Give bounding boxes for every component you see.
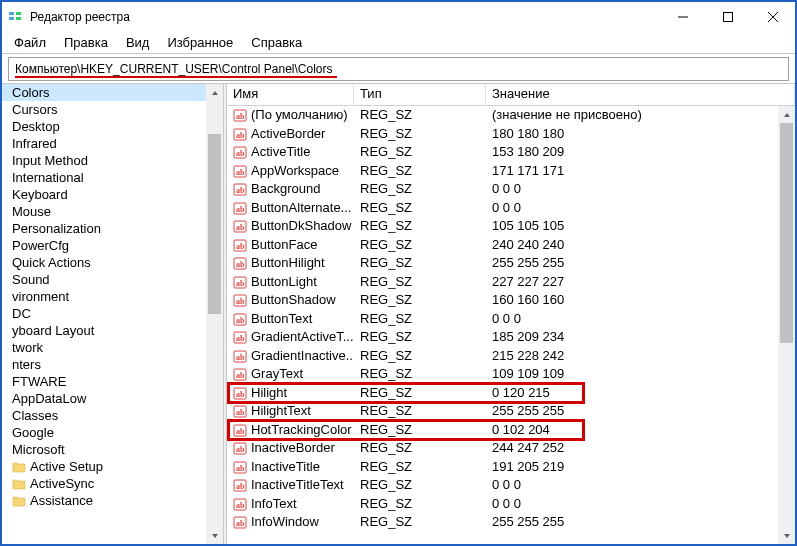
tree-pane[interactable]: ColorsCursorsDesktopInfraredInput Method…	[2, 84, 223, 544]
tree-item[interactable]: PowerCfg	[2, 237, 223, 254]
svg-text:ab: ab	[236, 371, 245, 380]
tree-item-label: Personalization	[12, 220, 101, 237]
table-row[interactable]: abButtonAlternate...REG_SZ0 0 0	[227, 199, 795, 218]
maximize-button[interactable]	[705, 2, 750, 32]
tree-item[interactable]: Microsoft	[2, 441, 223, 458]
tree-item[interactable]: AppDataLow	[2, 390, 223, 407]
table-row[interactable]: abInfoTextREG_SZ0 0 0	[227, 495, 795, 514]
table-row[interactable]: abButtonDkShadowREG_SZ105 105 105	[227, 217, 795, 236]
tree-item[interactable]: nters	[2, 356, 223, 373]
list-body[interactable]: ab(По умолчанию)REG_SZ(значение не присв…	[227, 106, 795, 544]
table-row[interactable]: abInactiveTitleTextREG_SZ0 0 0	[227, 476, 795, 495]
tree-item[interactable]: Desktop	[2, 118, 223, 135]
main-area: ColorsCursorsDesktopInfraredInput Method…	[2, 83, 795, 544]
scroll-thumb[interactable]	[780, 123, 793, 343]
value-type: REG_SZ	[354, 310, 486, 329]
table-row[interactable]: abButtonHilightREG_SZ255 255 255	[227, 254, 795, 273]
value-name: (По умолчанию)	[251, 106, 348, 125]
tree-item[interactable]: DC	[2, 305, 223, 322]
titlebar[interactable]: Редактор реестра	[2, 2, 795, 32]
menu-edit[interactable]: Правка	[56, 33, 116, 52]
tree-item[interactable]: twork	[2, 339, 223, 356]
address-path: Компьютер\HKEY_CURRENT_USER\Control Pane…	[15, 62, 333, 76]
value-name: Background	[251, 180, 320, 199]
tree-item[interactable]: Sound	[2, 271, 223, 288]
folder-icon	[12, 478, 26, 490]
tree-item-label: Microsoft	[12, 441, 65, 458]
scroll-down-icon[interactable]	[206, 527, 223, 544]
value-type: REG_SZ	[354, 199, 486, 218]
tree-item[interactable]: yboard Layout	[2, 322, 223, 339]
tree-item[interactable]: Classes	[2, 407, 223, 424]
value-data: (значение не присвоено)	[486, 106, 795, 125]
table-row[interactable]: abGradientInactive...REG_SZ215 228 242	[227, 347, 795, 366]
menu-file[interactable]: Файл	[6, 33, 54, 52]
tree-item[interactable]: Colors	[2, 84, 223, 101]
svg-text:ab: ab	[236, 297, 245, 306]
tree-item-label: AppDataLow	[12, 390, 86, 407]
annotation-underline	[15, 76, 337, 78]
value-data: 215 228 242	[486, 347, 795, 366]
value-data: 153 180 209	[486, 143, 795, 162]
tree-item[interactable]: Active Setup	[2, 458, 223, 475]
tree-scrollbar[interactable]	[206, 84, 223, 544]
table-row[interactable]: abHilightTextREG_SZ255 255 255	[227, 402, 795, 421]
tree-item[interactable]: Assistance	[2, 492, 223, 509]
table-row[interactable]: abAppWorkspaceREG_SZ171 171 171	[227, 162, 795, 181]
close-button[interactable]	[750, 2, 795, 32]
value-type: REG_SZ	[354, 495, 486, 514]
scroll-up-icon[interactable]	[206, 84, 223, 101]
tree-item[interactable]: International	[2, 169, 223, 186]
tree-item[interactable]: ActiveSync	[2, 475, 223, 492]
scroll-up-icon[interactable]	[778, 106, 795, 123]
tree-item[interactable]: Quick Actions	[2, 254, 223, 271]
scroll-down-icon[interactable]	[778, 527, 795, 544]
minimize-button[interactable]	[660, 2, 705, 32]
scroll-thumb[interactable]	[208, 134, 221, 314]
tree-item[interactable]: FTWARE	[2, 373, 223, 390]
svg-text:ab: ab	[236, 242, 245, 251]
menu-help[interactable]: Справка	[243, 33, 310, 52]
value-name: AppWorkspace	[251, 162, 339, 181]
table-row[interactable]: abButtonFaceREG_SZ240 240 240	[227, 236, 795, 255]
tree-item[interactable]: Cursors	[2, 101, 223, 118]
table-row[interactable]: abButtonLightREG_SZ227 227 227	[227, 273, 795, 292]
tree-item[interactable]: vironment	[2, 288, 223, 305]
tree-item[interactable]: Keyboard	[2, 186, 223, 203]
column-header-name[interactable]: Имя	[227, 84, 354, 105]
table-row[interactable]: abInactiveTitleREG_SZ191 205 219	[227, 458, 795, 477]
folder-icon	[12, 461, 26, 473]
list-scrollbar[interactable]	[778, 106, 795, 544]
tree-item-label: FTWARE	[12, 373, 66, 390]
tree-item[interactable]: Mouse	[2, 203, 223, 220]
tree-item[interactable]: Input Method	[2, 152, 223, 169]
value-data: 180 180 180	[486, 125, 795, 144]
column-header-type[interactable]: Тип	[354, 84, 486, 105]
table-row[interactable]: abButtonTextREG_SZ0 0 0	[227, 310, 795, 329]
string-value-icon: ab	[233, 201, 247, 215]
table-row[interactable]: abGrayTextREG_SZ109 109 109	[227, 365, 795, 384]
tree-item[interactable]: Personalization	[2, 220, 223, 237]
column-header-value[interactable]: Значение	[486, 84, 795, 105]
tree-item[interactable]: Infrared	[2, 135, 223, 152]
address-bar[interactable]: Компьютер\HKEY_CURRENT_USER\Control Pane…	[8, 57, 789, 81]
tree-item[interactable]: Google	[2, 424, 223, 441]
menu-favorites[interactable]: Избранное	[159, 33, 241, 52]
table-row[interactable]: abInfoWindowREG_SZ255 255 255	[227, 513, 795, 532]
table-row[interactable]: abBackgroundREG_SZ0 0 0	[227, 180, 795, 199]
value-data: 109 109 109	[486, 365, 795, 384]
svg-text:ab: ab	[236, 464, 245, 473]
table-row[interactable]: abHilightREG_SZ0 120 215	[227, 384, 795, 403]
menu-view[interactable]: Вид	[118, 33, 158, 52]
table-row[interactable]: ab(По умолчанию)REG_SZ(значение не присв…	[227, 106, 795, 125]
table-row[interactable]: abActiveTitleREG_SZ153 180 209	[227, 143, 795, 162]
table-row[interactable]: abInactiveBorderREG_SZ244 247 252	[227, 439, 795, 458]
table-row[interactable]: abActiveBorderREG_SZ180 180 180	[227, 125, 795, 144]
table-row[interactable]: abHotTrackingColorREG_SZ0 102 204	[227, 421, 795, 440]
table-row[interactable]: abGradientActiveT...REG_SZ185 209 234	[227, 328, 795, 347]
value-name: GrayText	[251, 365, 303, 384]
value-name: InactiveTitle	[251, 458, 320, 477]
tree-item-label: Google	[12, 424, 54, 441]
window-title: Редактор реестра	[30, 10, 660, 24]
table-row[interactable]: abButtonShadowREG_SZ160 160 160	[227, 291, 795, 310]
